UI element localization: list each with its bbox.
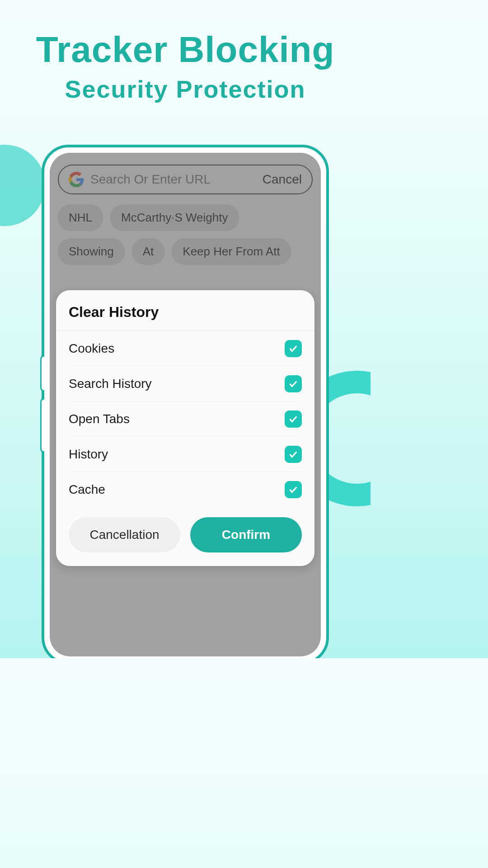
option-list: Cookies Search History Open Tabs — [56, 331, 314, 507]
checkbox-checked[interactable] — [285, 340, 302, 357]
confirm-button[interactable]: Confirm — [190, 517, 302, 552]
decorative-circle-left — [0, 145, 45, 226]
option-label: Search History — [69, 377, 152, 391]
option-row-history[interactable]: History — [69, 437, 302, 472]
option-row-cache[interactable]: Cache — [69, 472, 302, 507]
checkbox-checked[interactable] — [285, 481, 302, 498]
option-row-open-tabs[interactable]: Open Tabs — [69, 401, 302, 437]
cancellation-button[interactable]: Cancellation — [69, 517, 180, 552]
checkbox-checked[interactable] — [285, 446, 302, 463]
clear-history-modal: Clear History Cookies Search History Ope… — [56, 290, 314, 566]
option-label: Open Tabs — [69, 412, 130, 426]
option-label: Cache — [69, 482, 105, 497]
phone-button-notch — [40, 355, 44, 392]
option-row-search-history[interactable]: Search History — [69, 366, 302, 401]
modal-buttons: Cancellation Confirm — [56, 507, 314, 552]
modal-title: Clear History — [56, 290, 314, 330]
option-label: History — [69, 447, 108, 462]
checkbox-checked[interactable] — [285, 375, 302, 392]
option-row-cookies[interactable]: Cookies — [69, 331, 302, 366]
phone-button-notch — [40, 398, 44, 453]
phone-frame: Search Or Enter URL Cancel NHL McCarthy·… — [42, 145, 329, 658]
option-label: Cookies — [69, 341, 114, 356]
checkbox-checked[interactable] — [285, 410, 302, 428]
headline-title: Tracker Blocking — [0, 32, 371, 68]
headline-subtitle: Security Protection — [0, 75, 371, 103]
promo-headline: Tracker Blocking Security Protection — [0, 0, 371, 103]
phone-screen: Search Or Enter URL Cancel NHL McCarthy·… — [50, 153, 321, 656]
